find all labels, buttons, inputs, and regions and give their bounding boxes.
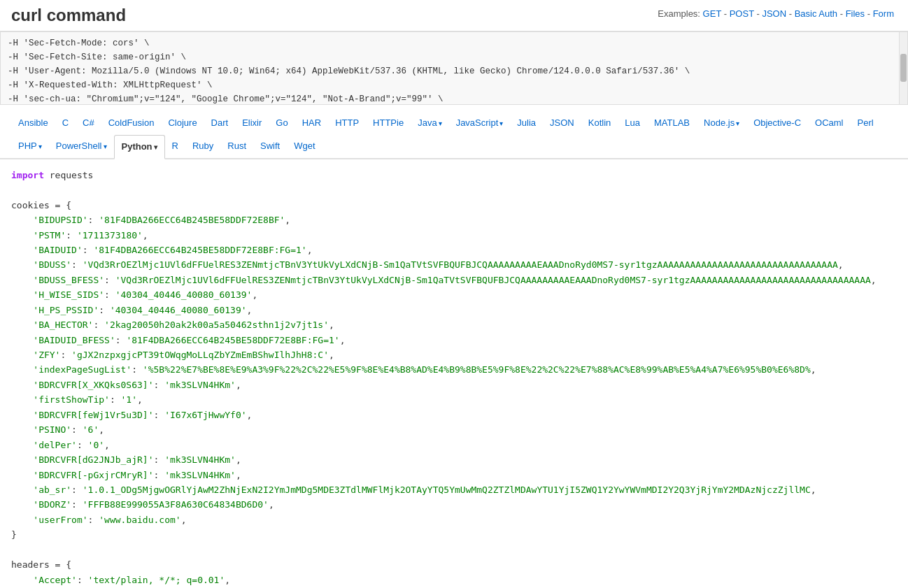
tab-ansible[interactable]: Ansible (11, 112, 55, 134)
tab-php[interactable]: PHP (11, 135, 49, 157)
tab-json[interactable]: JSON (543, 112, 581, 134)
tab-go[interactable]: Go (269, 112, 295, 134)
example-json[interactable]: JSON (762, 8, 786, 19)
curl-code-content: -H 'Sec-Fetch-Mode: cors' \ -H 'Sec-Fetc… (8, 36, 900, 105)
scrollbar-thumb[interactable] (900, 54, 907, 82)
tab-http[interactable]: HTTP (328, 112, 366, 134)
lang-tabs: Ansible C C# ColdFusion Clojure Dart Eli… (0, 105, 908, 159)
tab-kotlin[interactable]: Kotlin (581, 112, 618, 134)
example-form[interactable]: Form (873, 8, 894, 19)
python-code: import requests cookies = { 'BIDUPSID': … (11, 168, 897, 588)
scrollbar[interactable] (899, 32, 907, 104)
examples-label: Examples: (658, 8, 700, 19)
tab-elixir[interactable]: Elixir (235, 112, 269, 134)
curl-line-4: -H 'X-Requested-With: XMLHttpRequest' \ (8, 78, 891, 92)
tab-wget[interactable]: Wget (287, 135, 322, 157)
tab-powershell[interactable]: PowerShell (49, 135, 114, 157)
tab-ruby[interactable]: Ruby (185, 135, 220, 157)
curl-line-2: -H 'Sec-Fetch-Site: same-origin' \ (8, 50, 891, 64)
tab-clojure[interactable]: Clojure (161, 112, 204, 134)
tab-julia[interactable]: Julia (510, 112, 543, 134)
example-get[interactable]: GET (703, 8, 722, 19)
page-container: curl command Examples: GET - POST - JSON… (0, 0, 908, 588)
top-section: curl command Examples: GET - POST - JSON… (0, 0, 908, 105)
curl-line-1: -H 'Sec-Fetch-Mode: cors' \ (8, 36, 891, 50)
curl-code-block: -H 'Sec-Fetch-Mode: cors' \ -H 'Sec-Fetc… (0, 31, 908, 105)
curl-line-5: -H 'sec-ch-ua: "Chromium";v="124", "Goog… (8, 92, 891, 105)
example-post[interactable]: POST (730, 8, 754, 19)
tab-swift[interactable]: Swift (253, 135, 287, 157)
tab-java[interactable]: Java (411, 112, 448, 134)
curl-line-3: -H 'User-Agent: Mozilla/5.0 (Windows NT … (8, 64, 891, 78)
example-files[interactable]: Files (846, 8, 865, 19)
tab-httpie[interactable]: HTTPie (366, 112, 411, 134)
tab-matlab[interactable]: MATLAB (647, 112, 697, 134)
tab-lua[interactable]: Lua (618, 112, 647, 134)
tab-csharp[interactable]: C# (76, 112, 101, 134)
tab-coldfusion[interactable]: ColdFusion (101, 112, 162, 134)
examples-bar: Examples: GET - POST - JSON - Basic Auth… (658, 8, 894, 19)
tab-nodejs[interactable]: Node.js (697, 112, 746, 134)
tab-c[interactable]: C (55, 112, 76, 134)
tab-objc[interactable]: Objective-C (746, 112, 808, 134)
tab-har[interactable]: HAR (295, 112, 328, 134)
tab-rust[interactable]: Rust (220, 135, 253, 157)
tab-javascript[interactable]: JavaScript (449, 112, 511, 134)
tab-dart[interactable]: Dart (204, 112, 236, 134)
example-basic-auth[interactable]: Basic Auth (795, 8, 837, 19)
python-code-area: import requests cookies = { 'BIDUPSID': … (0, 159, 908, 588)
tab-ocaml[interactable]: OCaml (808, 112, 850, 134)
tab-perl[interactable]: Perl (851, 112, 881, 134)
tab-r[interactable]: R (165, 135, 185, 157)
tab-python[interactable]: Python (114, 135, 165, 159)
